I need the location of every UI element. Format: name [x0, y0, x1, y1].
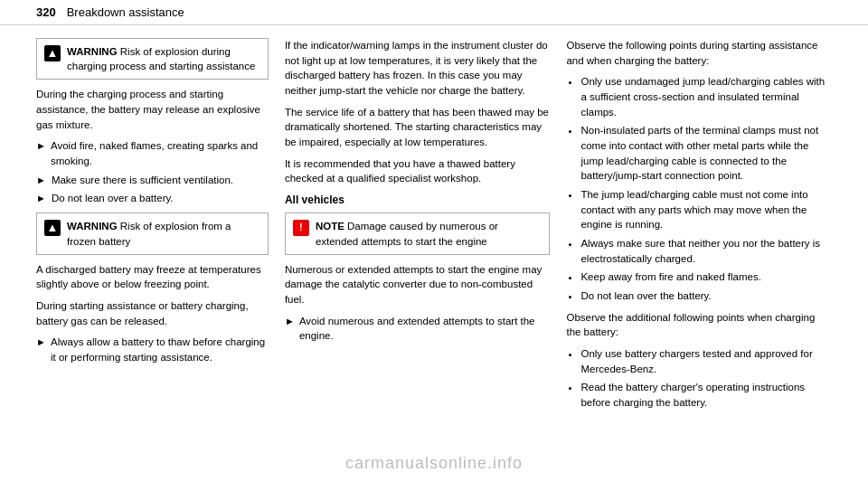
list-item: ►Do not lean over a battery.: [36, 191, 269, 206]
note-icon: !: [293, 220, 309, 236]
list-item: ►Avoid fire, naked flames, creating spar…: [36, 138, 269, 168]
list-item: The jump lead/charging cable must not co…: [580, 187, 832, 232]
page-title: Breakdown assistance: [67, 5, 184, 19]
arrow-bullet: ►: [36, 174, 46, 188]
warning-text-2: WARNING Risk of explosion from a frozen …: [67, 219, 260, 248]
mid-body-4: Numerous or extended attempts to start t…: [285, 262, 551, 307]
arrow-bullet: ►: [36, 139, 45, 154]
warning-icon-1: ▲: [44, 45, 61, 61]
mid-body-2: The service life of a battery that has b…: [285, 105, 551, 150]
list-item: Read the battery charger's operating ins…: [580, 380, 832, 410]
body-text-3: During starting assistance or battery ch…: [36, 298, 269, 328]
arrow-bullet: ►: [36, 336, 45, 350]
body-text-2: A discharged battery may freeze at tempe…: [36, 262, 269, 292]
list-item: Always make sure that neither you nor th…: [580, 236, 832, 266]
warning-box-1: ▲ WARNING Risk of explosion during charg…: [36, 38, 269, 80]
note-text: NOTE Damage caused by numerous or extend…: [316, 219, 542, 248]
warning-box-2: ▲ WARNING Risk of explosion from a froze…: [36, 213, 269, 254]
mid-body-1: If the indicator/warning lamps in the in…: [285, 38, 551, 99]
col-mid: If the indicator/warning lamps in the in…: [285, 38, 551, 417]
warning-icon-2: ▲: [44, 220, 61, 236]
mid-bullet-list-1: ►Avoid numerous and extended attempts to…: [285, 314, 551, 344]
right-dot-list-1: Only use undamaged jump lead/charging ca…: [566, 74, 832, 303]
col-right: Observe the following points during star…: [566, 38, 832, 417]
arrow-bullet: ►: [285, 315, 294, 329]
list-item: Do not lean over the battery.: [580, 288, 832, 304]
bullet-list-1: ►Avoid fire, naked flames, creating spar…: [36, 138, 269, 206]
bullet-list-2: ►Always allow a battery to thaw before c…: [36, 335, 269, 364]
right-dot-list-2: Only use battery chargers tested and app…: [566, 346, 832, 411]
col-left: ▲ WARNING Risk of explosion during charg…: [36, 38, 269, 417]
body-text-1: During the charging process and starting…: [36, 87, 269, 132]
warning-text-1: WARNING Risk of explosion during chargin…: [67, 44, 260, 73]
list-item: Only use battery chargers tested and app…: [580, 346, 832, 376]
page-number: 320: [36, 5, 56, 19]
content-area: ▲ WARNING Risk of explosion during charg…: [0, 25, 868, 430]
note-box: ! NOTE Damage caused by numerous or exte…: [285, 213, 551, 254]
page-header: 320 Breakdown assistance: [0, 0, 868, 25]
section-heading: All vehicles: [285, 193, 551, 208]
list-item: Only use undamaged jump lead/charging ca…: [580, 74, 832, 119]
list-item: ►Avoid numerous and extended attempts to…: [285, 314, 551, 344]
list-item: Keep away from fire and naked flames.: [580, 269, 832, 285]
watermark: carmanualsonline.info: [0, 454, 868, 473]
arrow-bullet: ►: [36, 192, 46, 206]
right-body-1: Observe the following points during star…: [566, 38, 832, 68]
list-item: Non-insulated parts of the terminal clam…: [580, 123, 832, 184]
mid-body-3: It is recommended that you have a thawed…: [285, 156, 551, 186]
right-body-2: Observe the additional following points …: [566, 310, 832, 340]
list-item: ►Make sure there is sufficient ventilati…: [36, 173, 269, 188]
list-item: ►Always allow a battery to thaw before c…: [36, 335, 269, 364]
